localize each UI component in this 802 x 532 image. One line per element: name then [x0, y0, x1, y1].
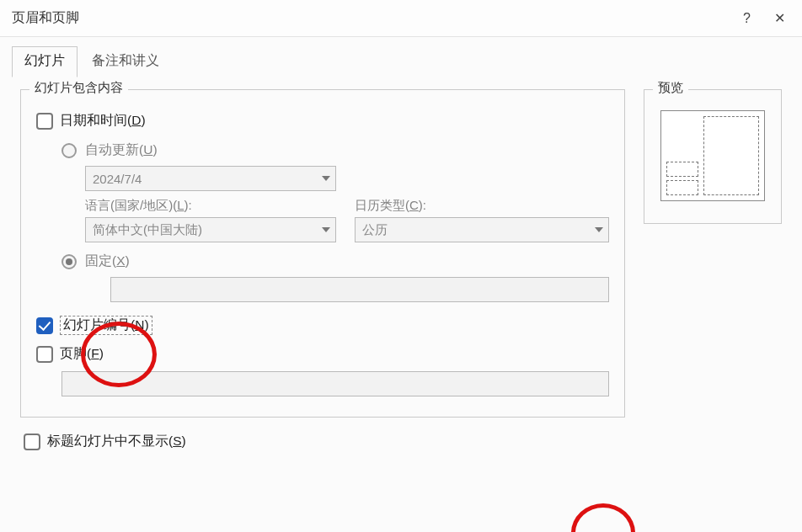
- slide-number-checkbox[interactable]: [36, 317, 53, 334]
- include-group-legend: 幻灯片包含内容: [29, 80, 128, 96]
- hide-on-title-checkbox[interactable]: [24, 434, 40, 450]
- language-label: 语言(国家/地区)(L):: [85, 198, 336, 214]
- datetime-label[interactable]: 日期和时间(D): [60, 112, 146, 130]
- footer-row: 页脚(F): [36, 345, 609, 363]
- hide-on-title-label[interactable]: 标题幻灯片中不显示(S): [47, 433, 186, 450]
- calendar-value: 公历: [362, 222, 388, 238]
- slide-number-row: 幻灯片编号(N): [36, 316, 609, 335]
- slide-number-label[interactable]: 幻灯片编号(N): [60, 316, 152, 335]
- preview-small-placeholder-1: [666, 162, 698, 177]
- titlebar-buttons: ? ✕: [743, 10, 785, 26]
- datetime-checkbox[interactable]: [36, 113, 53, 130]
- preview-small-placeholder-2: [666, 180, 698, 195]
- preview-group: 预览: [644, 89, 782, 224]
- date-format-value: 2024/7/4: [93, 172, 142, 186]
- preview-legend: 预览: [653, 80, 688, 96]
- preview-body-placeholder: [703, 116, 759, 195]
- fixed-label[interactable]: 固定(X): [85, 253, 130, 270]
- lang-cal-row: 语言(国家/地区)(L): 简体中文(中国大陆) 日历类型(C): 公历: [85, 198, 609, 242]
- dialog-title: 页眉和页脚: [12, 9, 743, 27]
- preview-canvas: [660, 110, 765, 201]
- fixed-input-row: [85, 277, 609, 302]
- fixed-radio[interactable]: [61, 254, 77, 269]
- footer-label[interactable]: 页脚(F): [60, 345, 104, 363]
- content-area: 幻灯片包含内容 日期和时间(D) 自动更新(U) 2024/7/4 语言(国家/…: [0, 77, 802, 418]
- close-button[interactable]: ✕: [774, 10, 785, 26]
- include-group: 幻灯片包含内容 日期和时间(D) 自动更新(U) 2024/7/4 语言(国家/…: [20, 89, 625, 418]
- help-button[interactable]: ?: [743, 11, 751, 26]
- calendar-select[interactable]: 公历: [355, 217, 609, 242]
- date-format-select[interactable]: 2024/7/4: [85, 166, 336, 191]
- chevron-down-icon: [322, 176, 330, 181]
- fixed-row: 固定(X): [61, 253, 609, 270]
- chevron-down-icon: [322, 227, 330, 232]
- titlebar: 页眉和页脚 ? ✕: [0, 0, 802, 37]
- hide-on-title-row: 标题幻灯片中不显示(S): [0, 418, 802, 450]
- calendar-label: 日历类型(C):: [355, 198, 609, 214]
- chevron-down-icon: [595, 227, 603, 232]
- annotation-circle-2: [571, 503, 635, 532]
- tab-slide[interactable]: 幻灯片: [12, 46, 78, 77]
- auto-update-row: 自动更新(U): [61, 141, 609, 159]
- language-value: 简体中文(中国大陆): [93, 222, 202, 238]
- fixed-text-input[interactable]: [110, 277, 609, 302]
- auto-update-label[interactable]: 自动更新(U): [85, 141, 158, 159]
- language-select[interactable]: 简体中文(中国大陆): [85, 217, 336, 242]
- tab-strip: 幻灯片 备注和讲义: [0, 37, 802, 77]
- footer-checkbox[interactable]: [36, 346, 53, 363]
- datetime-row: 日期和时间(D): [36, 112, 609, 130]
- date-field-row: 2024/7/4: [85, 166, 609, 191]
- auto-update-radio[interactable]: [61, 143, 77, 158]
- footer-input-row: [61, 371, 609, 396]
- footer-text-input[interactable]: [61, 371, 609, 396]
- tab-notes-handouts[interactable]: 备注和讲义: [79, 46, 172, 77]
